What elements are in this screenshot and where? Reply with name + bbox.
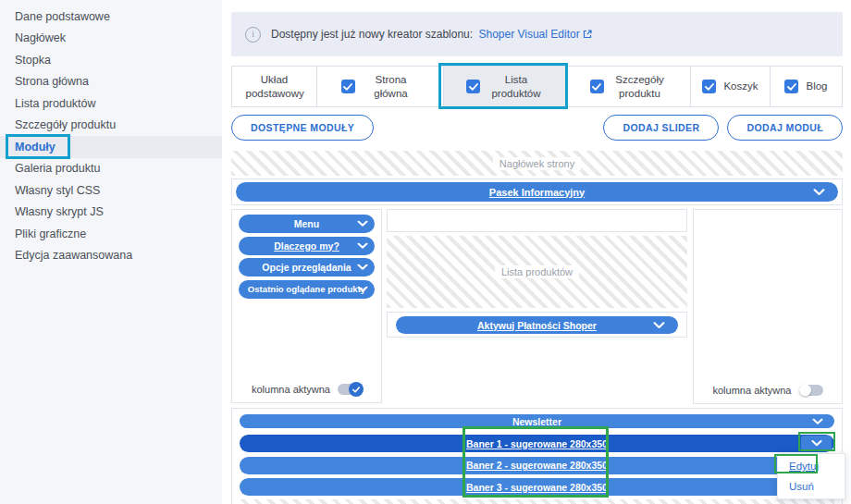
available-modules-button[interactable]: DOSTĘPNE MODUŁY xyxy=(231,115,374,141)
toolbar-right-group: DODAJ SLIDER DODAJ MODUŁ xyxy=(603,115,843,141)
context-menu: Edytuj Usuń xyxy=(777,453,845,499)
left-column: Menu Dlaczego my? Opcje przeglądania Ost… xyxy=(231,209,382,403)
placeholder-label: Nagłówek strony xyxy=(493,157,581,170)
shoper-visual-editor-link[interactable]: Shoper Visual Editor xyxy=(478,28,591,41)
chevron-down-icon xyxy=(811,440,822,447)
check-icon xyxy=(787,83,796,91)
tab-label: Strona główna xyxy=(363,73,420,101)
right-column-toggle-off[interactable] xyxy=(799,385,823,396)
module-label: Baner 3 - sugerowane 280x350 xyxy=(466,482,608,493)
sidebar-item-szczegoly-produktu[interactable]: Szczegóły produktu xyxy=(0,115,222,137)
tab-szczegoly-produktu[interactable]: Szczegóły produktu xyxy=(568,67,691,106)
tab-strona-glowna[interactable]: Strona główna xyxy=(317,67,444,106)
sidebar-item-label: Strona główna xyxy=(15,75,89,88)
module-dlaczego-my[interactable]: Dlaczego my? xyxy=(239,237,375,255)
checkbox-strona-glowna[interactable] xyxy=(341,80,355,93)
tab-label: Układ podstawowy xyxy=(246,73,303,101)
sidebar-item-edycja-zaawansowana[interactable]: Edycja zaawansowana xyxy=(0,245,222,267)
menu-item-label: Usuń xyxy=(789,481,814,492)
checkbox-koszyk[interactable] xyxy=(702,80,716,93)
tab-koszyk[interactable]: Koszyk xyxy=(691,67,771,106)
page-footer-placeholder xyxy=(240,499,834,504)
checkbox-blog[interactable] xyxy=(784,80,798,93)
sidebar-item-lista-produktow[interactable]: Lista produktów xyxy=(0,92,222,115)
chevron-down-icon xyxy=(357,264,368,271)
sidebar-item-label: Własny styl CSS xyxy=(15,184,100,197)
module-label: Baner 1 - sugerowane 280x350 xyxy=(466,438,608,449)
module-label: Newsletter xyxy=(512,416,561,427)
banner-3-module[interactable]: Baner 3 - sugerowane 280x350 xyxy=(240,478,834,496)
info-icon: i xyxy=(245,27,261,43)
sidebar-item-stopka[interactable]: Stopka xyxy=(0,49,222,71)
sidebar-item-moduly-active[interactable]: Moduły xyxy=(0,136,222,158)
newsletter-module[interactable]: Newsletter xyxy=(240,414,834,428)
context-menu-edit[interactable]: Edytuj xyxy=(778,456,845,476)
bottom-modules-container: Newsletter Baner 1 - sugerowane 280x350 … xyxy=(231,408,843,504)
check-icon xyxy=(352,387,360,393)
chevron-down-icon xyxy=(812,418,823,424)
tab-label: Szczegóły produktu xyxy=(611,73,669,101)
checkbox-szczegoly-produktu[interactable] xyxy=(590,80,604,93)
tab-uklad-podstawowy[interactable]: Układ podstawowy xyxy=(232,67,317,106)
chevron-down-icon xyxy=(357,286,368,292)
sidebar-item-label: Nagłówek xyxy=(15,31,66,44)
sidebar-item-pliki-graficzne[interactable]: Pliki graficzne xyxy=(0,223,222,245)
left-column-active-row: kolumna aktywna xyxy=(232,384,381,395)
layout-columns: Menu Dlaczego my? Opcje przeglądania Ost… xyxy=(231,209,843,405)
banner-2-module[interactable]: Baner 2 - sugerowane 280x350 xyxy=(240,457,834,474)
module-ostatnio-ogladane[interactable]: Ostatnio oglądane produkty xyxy=(239,280,375,299)
right-column-active-row: kolumna aktywna xyxy=(694,385,842,396)
sidebar-item-label: Własny skrypt JS xyxy=(15,205,104,218)
module-label: Menu xyxy=(294,218,319,229)
sidebar-item-strona-glowna[interactable]: Strona główna xyxy=(0,71,222,93)
external-link-icon xyxy=(583,30,592,39)
page-header-placeholder: Nagłówek strony xyxy=(231,151,843,176)
page-type-tabs: Układ podstawowy Strona główna Lista pro… xyxy=(231,66,843,107)
check-icon xyxy=(469,83,478,91)
chevron-down-icon xyxy=(357,221,368,227)
module-opcje-przegladania[interactable]: Opcje przeglądania xyxy=(239,258,375,277)
left-column-toggle-on[interactable] xyxy=(338,384,362,395)
sidebar: Dane podstawowe Nagłówek Stopka Strona g… xyxy=(0,0,222,504)
tab-blog[interactable]: Blog xyxy=(771,67,842,106)
menu-item-label: Edytuj xyxy=(789,461,819,472)
sidebar-item-naglowek[interactable]: Nagłówek xyxy=(0,28,222,50)
info-bar-module[interactable]: Pasek Informacyjny xyxy=(236,182,838,202)
sidebar-item-label: Stopka xyxy=(15,54,51,67)
module-menu[interactable]: Menu xyxy=(239,215,375,233)
info-bar-module-container: Pasek Informacyjny xyxy=(231,178,843,205)
sidebar-item-wlasny-skrypt-js[interactable]: Własny skrypt JS xyxy=(0,202,222,224)
toolbar: DOSTĘPNE MODUŁY DODAJ SLIDER DODAJ MODUŁ xyxy=(231,115,843,141)
sidebar-item-label: Pliki graficzne xyxy=(15,227,86,240)
check-icon xyxy=(343,83,352,91)
main-content: i Dostępny jest już nowy kreator szablon… xyxy=(231,0,843,504)
banner-1-options-button[interactable] xyxy=(801,436,832,451)
context-menu-delete[interactable]: Usuń xyxy=(778,476,845,497)
module-label: Dlaczego my? xyxy=(274,240,339,252)
checkbox-lista-produktow[interactable] xyxy=(466,80,480,93)
add-slider-button[interactable]: DODAJ SLIDER xyxy=(603,115,719,141)
sidebar-item-label: Edycja zaawansowana xyxy=(15,249,132,262)
right-column: kolumna aktywna xyxy=(693,209,843,404)
tab-lista-produktow[interactable]: Lista produktów xyxy=(444,67,568,106)
placeholder-label: Lista produktów xyxy=(495,265,579,278)
sidebar-item-label: Moduły xyxy=(15,141,56,154)
check-icon xyxy=(705,83,714,91)
column-active-label: kolumna aktywna xyxy=(252,384,330,395)
module-label: Baner 2 - sugerowane 280x350 xyxy=(466,460,608,471)
sidebar-item-wlasny-styl-css[interactable]: Własny styl CSS xyxy=(0,179,222,202)
payments-module-container: Aktywuj Płatności Shoper xyxy=(387,312,687,338)
module-label: Opcje przeglądania xyxy=(262,262,351,273)
sidebar-item-label: Dane podstawowe xyxy=(15,10,110,23)
check-icon xyxy=(592,83,601,91)
toggle-knob xyxy=(349,382,364,397)
payments-module[interactable]: Aktywuj Płatności Shoper xyxy=(396,316,678,334)
add-module-button[interactable]: DODAJ MODUŁ xyxy=(727,115,843,141)
chevron-down-icon xyxy=(813,189,825,196)
sidebar-item-galeria-produktu[interactable]: Galeria produktu xyxy=(0,158,222,180)
sidebar-item-label: Szczegóły produktu xyxy=(15,118,116,131)
chevron-down-icon xyxy=(357,242,368,249)
banner-1-module[interactable]: Baner 1 - sugerowane 280x350 xyxy=(240,435,834,452)
link-label: Shoper Visual Editor xyxy=(478,28,579,41)
sidebar-item-dane-podstawowe[interactable]: Dane podstawowe xyxy=(0,6,222,28)
